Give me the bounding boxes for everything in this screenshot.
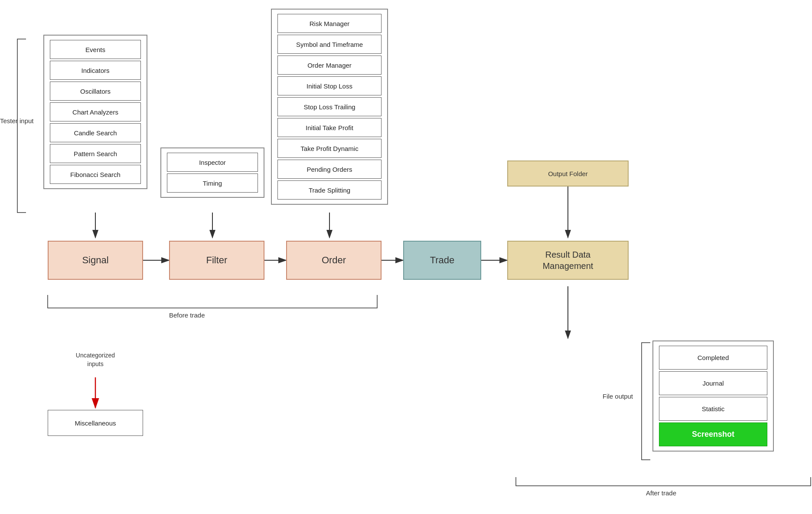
filter-item-inspector: Inspector	[167, 153, 258, 172]
after-trade-label: After trade	[646, 489, 676, 497]
diagram-container: Tester input Events Indicators Oscillato…	[0, 0, 812, 514]
order-box: Order	[286, 241, 382, 280]
file-output-statistic: Statistic	[659, 397, 767, 421]
signal-item-indicators: Indicators	[50, 61, 141, 80]
order-item-trade-splitting: Trade Splitting	[277, 180, 382, 200]
file-output-screenshot: Screenshot	[659, 422, 767, 446]
trade-box: Trade	[403, 241, 481, 280]
signal-group-container: Events Indicators Oscillators Chart Anal…	[43, 35, 147, 189]
signal-item-chart-analyzers: Chart Analyzers	[50, 102, 141, 121]
file-output-completed: Completed	[659, 346, 767, 370]
filter-group-container: Inspector Timing	[160, 147, 264, 198]
file-output-journal: Journal	[659, 371, 767, 395]
result-data-management-box: Result DataManagement	[507, 241, 629, 280]
tester-input-label: Tester input	[0, 117, 34, 124]
order-item-stop-loss-trailing: Stop Loss Trailing	[277, 97, 382, 116]
filter-box: Filter	[169, 241, 264, 280]
signal-item-candle-search: Candle Search	[50, 123, 141, 142]
before-trade-label: Before trade	[169, 311, 205, 319]
signal-box: Signal	[48, 241, 143, 280]
file-output-label: File output	[603, 393, 633, 400]
signal-item-events: Events	[50, 40, 141, 59]
order-item-pending-orders: Pending Orders	[277, 160, 382, 179]
order-group-container: Risk Manager Symbol and Timeframe Order …	[271, 9, 388, 205]
uncategorized-inputs-label: Uncategorizedinputs	[56, 351, 134, 368]
miscellaneous-box: Miscellaneous	[48, 410, 143, 436]
file-output-container: Completed Journal Statistic Screenshot	[652, 340, 774, 452]
signal-item-oscillators: Oscillators	[50, 82, 141, 101]
signal-item-fibonacci-search: Fibonacci Search	[50, 165, 141, 184]
order-item-initial-take-profit: Initial Take Profit	[277, 118, 382, 137]
order-item-take-profit-dynamic: Take Profit Dynamic	[277, 139, 382, 158]
signal-item-pattern-search: Pattern Search	[50, 144, 141, 163]
order-item-initial-stop-loss: Initial Stop Loss	[277, 76, 382, 95]
output-folder-box: Output Folder	[507, 160, 629, 187]
order-item-order-manager: Order Manager	[277, 56, 382, 75]
order-item-risk-manager: Risk Manager	[277, 14, 382, 33]
order-item-symbol-timeframe: Symbol and Timeframe	[277, 35, 382, 54]
filter-item-timing: Timing	[167, 174, 258, 193]
